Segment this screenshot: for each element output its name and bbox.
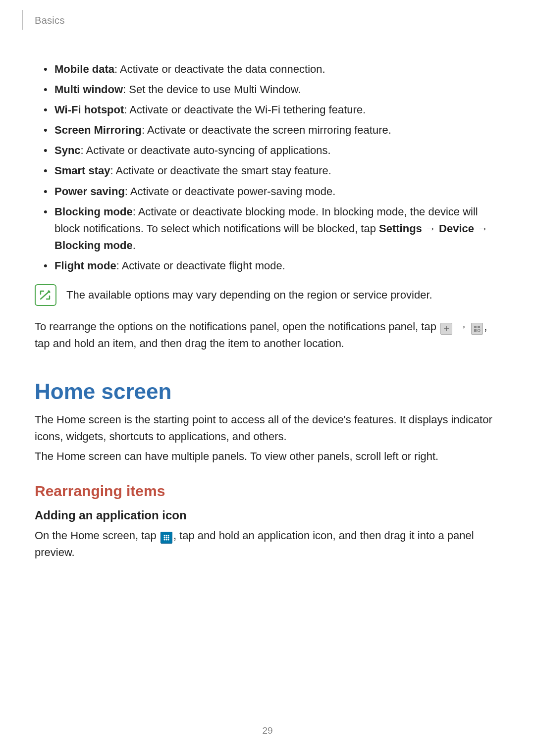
list-item: Power saving: Activate or deactivate pow… bbox=[46, 183, 500, 200]
feature-desc: : Activate or deactivate power-saving mo… bbox=[125, 185, 336, 198]
feature-desc: : Activate or deactivate flight mode. bbox=[116, 259, 285, 272]
feature-term: Mobile data bbox=[54, 63, 114, 75]
svg-point-12 bbox=[167, 539, 169, 540]
arrow-icon: → bbox=[453, 320, 470, 333]
svg-point-7 bbox=[163, 537, 165, 538]
feature-desc: : Activate or deactivate the screen mirr… bbox=[142, 124, 391, 136]
note-text: The available options may vary depending… bbox=[66, 287, 432, 303]
chapter-label: Basics bbox=[35, 15, 500, 26]
page-number: 29 bbox=[0, 725, 535, 736]
svg-point-11 bbox=[165, 539, 167, 540]
svg-point-6 bbox=[167, 535, 169, 536]
adding-icon-paragraph: On the Home screen, tap , tap and hold a… bbox=[35, 527, 500, 561]
subsection-title-rearranging: Rearranging items bbox=[35, 483, 500, 500]
home-screen-p1: The Home screen is the starting point to… bbox=[35, 411, 500, 445]
document-page: Basics Mobile data: Activate or deactiva… bbox=[0, 0, 535, 756]
header-rule bbox=[22, 10, 23, 30]
note-icon bbox=[35, 284, 56, 306]
feature-term: Smart stay bbox=[54, 164, 110, 177]
list-item: Screen Mirroring: Activate or deactivate… bbox=[46, 122, 500, 139]
list-item: Mobile data: Activate or deactivate the … bbox=[46, 61, 500, 78]
svg-point-5 bbox=[165, 535, 167, 536]
list-item: Multi window: Set the device to use Mult… bbox=[46, 81, 500, 98]
feature-desc: : Set the device to use Multi Window. bbox=[123, 83, 301, 96]
list-item: Wi-Fi hotspot: Activate or deactivate th… bbox=[46, 101, 500, 118]
feature-term: Flight mode bbox=[54, 259, 116, 272]
feature-desc: : Activate or deactivate the data connec… bbox=[114, 63, 325, 75]
home-screen-p2: The Home screen can have multiple panels… bbox=[35, 448, 500, 465]
feature-desc: : Activate or deactivate auto-syncing of… bbox=[81, 144, 331, 156]
period: . bbox=[133, 239, 136, 252]
svg-point-10 bbox=[163, 539, 165, 540]
note-callout: The available options may vary depending… bbox=[35, 284, 500, 306]
arrow-icon: → bbox=[474, 222, 488, 235]
feature-term: Multi window bbox=[54, 83, 123, 96]
rearrange-paragraph: To rearrange the options on the notifica… bbox=[35, 318, 500, 352]
feature-desc: : Activate or deactivate the Wi-Fi tethe… bbox=[124, 103, 366, 116]
feature-term: Power saving bbox=[54, 185, 125, 198]
list-item: Blocking mode: Activate or deactivate bl… bbox=[46, 203, 500, 254]
text-run: To rearrange the options on the notifica… bbox=[35, 320, 439, 333]
svg-rect-1 bbox=[478, 326, 480, 328]
feature-term: Blocking mode bbox=[54, 205, 133, 218]
svg-point-4 bbox=[163, 535, 165, 536]
edit-panel-icon bbox=[471, 323, 483, 335]
svg-rect-2 bbox=[474, 329, 477, 332]
settings-path-settings: Settings bbox=[379, 222, 422, 235]
svg-point-8 bbox=[165, 537, 167, 538]
expand-icon bbox=[440, 323, 452, 335]
list-item: Sync: Activate or deactivate auto-syncin… bbox=[46, 142, 500, 159]
settings-path-device: Device bbox=[439, 222, 474, 235]
settings-path-blocking: Blocking mode bbox=[54, 239, 133, 252]
section-title-home-screen: Home screen bbox=[35, 379, 500, 404]
list-item: Flight mode: Activate or deactivate flig… bbox=[46, 257, 500, 274]
arrow-icon: → bbox=[422, 222, 439, 235]
feature-term: Screen Mirroring bbox=[54, 124, 142, 136]
feature-list: Mobile data: Activate or deactivate the … bbox=[35, 61, 500, 274]
heading-adding-icon: Adding an application icon bbox=[35, 508, 500, 522]
apps-icon bbox=[160, 532, 172, 544]
feature-desc: : Activate or deactivate the smart stay … bbox=[110, 164, 331, 177]
page-header: Basics bbox=[35, 15, 500, 26]
svg-point-3 bbox=[478, 329, 480, 332]
list-item: Smart stay: Activate or deactivate the s… bbox=[46, 162, 500, 179]
svg-point-9 bbox=[167, 537, 169, 538]
text-run: On the Home screen, tap bbox=[35, 529, 160, 542]
feature-term: Sync bbox=[54, 144, 81, 156]
feature-term: Wi-Fi hotspot bbox=[54, 103, 124, 116]
svg-rect-0 bbox=[474, 326, 477, 328]
